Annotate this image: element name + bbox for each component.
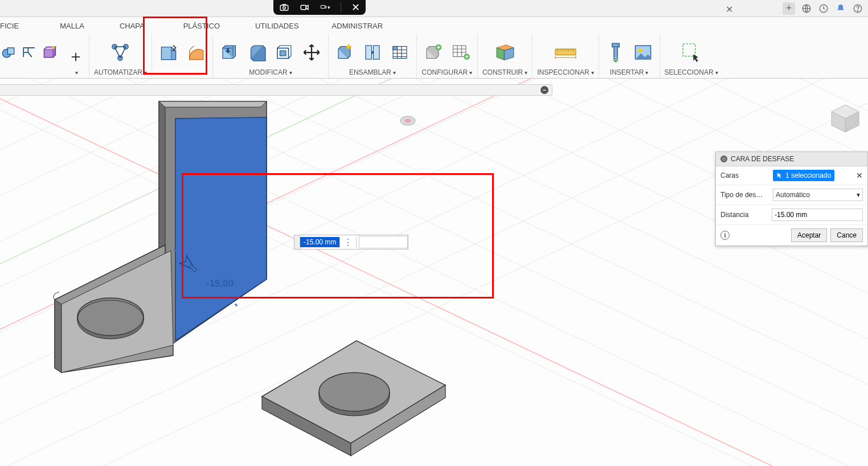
group-construir-label: CONSTRUIR	[482, 68, 523, 76]
info-icon[interactable]: i	[720, 231, 730, 240]
construct-plane-icon[interactable]	[493, 40, 517, 64]
svg-point-60	[404, 119, 411, 123]
svg-rect-6	[301, 5, 306, 10]
configure-add-icon[interactable]	[421, 40, 445, 64]
svg-rect-29	[612, 43, 619, 47]
faces-clear-button[interactable]: ✕	[856, 171, 863, 180]
plus-cursor-icon[interactable]: ＋	[67, 48, 84, 65]
recbar-close-icon[interactable]: ✕	[351, 2, 360, 13]
modify-shell-icon[interactable]	[272, 40, 296, 64]
ribbon: FICIE MALLA CHAPA PLÁSTICO UTILIDADES AD…	[0, 17, 868, 79]
svg-rect-26	[453, 46, 466, 57]
svg-rect-20	[373, 46, 379, 59]
panel-footer: i Aceptar Cance	[716, 225, 867, 246]
group-automatizar-label: AUTOMATIZAR	[94, 68, 142, 76]
faces-selection-chip[interactable]: 1 seleccionado	[773, 170, 834, 181]
collapse-bar-button[interactable]: −	[541, 86, 548, 94]
svg-point-3	[857, 10, 858, 11]
modify-fillet-icon[interactable]	[245, 40, 269, 64]
new-tab-button[interactable]: +	[783, 2, 795, 15]
tab-superficie[interactable]: FICIE	[0, 17, 27, 34]
svg-rect-23	[393, 47, 398, 50]
washer-part[interactable]	[245, 329, 456, 466]
group-inspeccionar-label: INSPECCIONAR	[537, 68, 589, 76]
type-select[interactable]: Automático ▾	[773, 189, 863, 201]
canvas-info-bar: −	[0, 84, 552, 96]
faces-label: Caras	[720, 171, 768, 179]
panel-row-faces: Caras 1 seleccionado ✕	[716, 166, 867, 185]
dimension-label: -15.00	[206, 278, 234, 289]
assemble-joint-icon[interactable]	[361, 40, 384, 64]
type-label: Tipo de des…	[720, 191, 768, 199]
recording-toolbar: ▾ ✕	[273, 0, 366, 15]
hud-secondary-input[interactable]	[359, 236, 408, 248]
tab-plastico[interactable]: PLÁSTICO	[175, 17, 228, 34]
assemble-component-icon[interactable]	[333, 40, 357, 64]
panel-row-type: Tipo de des… Automático ▾	[716, 185, 867, 205]
group-insertar-label: INSERTAR	[610, 68, 644, 76]
insert-image-icon[interactable]	[631, 40, 655, 64]
plastic-tool-2-icon[interactable]	[184, 40, 208, 64]
box-star-icon[interactable]	[41, 44, 58, 61]
panel-title: CARA DE DESFASE	[731, 155, 794, 163]
home-icon[interactable]	[801, 3, 812, 14]
panel-header[interactable]: CARA DE DESFASE	[716, 152, 867, 166]
svg-point-32	[638, 48, 642, 52]
camera-icon[interactable]	[279, 2, 289, 13]
sketch-icon[interactable]	[21, 44, 38, 61]
modify-move-icon[interactable]	[300, 40, 324, 64]
canvas-viewport[interactable]: − -15.00	[0, 79, 868, 466]
dimension-hud: -15.00 mm ⋮	[294, 235, 408, 250]
hud-menu-button[interactable]: ⋮	[339, 237, 357, 248]
cancel-button[interactable]: Cance	[830, 228, 863, 242]
tab-close-icon[interactable]: ✕	[726, 4, 733, 15]
tab-malla[interactable]: MALLA	[52, 17, 92, 34]
hud-value-input[interactable]: -15.00 mm	[300, 237, 339, 247]
group-configurar-label: CONFIGURAR	[422, 68, 468, 76]
svg-rect-19	[366, 46, 372, 59]
tab-utilidades[interactable]: UTILIDADES	[247, 17, 307, 34]
inspect-measure-icon[interactable]	[554, 40, 578, 64]
group-modificar-label: MODIFICAR	[249, 68, 287, 76]
panel-bullet-icon	[720, 156, 727, 162]
configure-table-icon[interactable]	[449, 40, 473, 64]
panel-row-distance: Distancia	[716, 205, 867, 225]
distance-input[interactable]	[772, 209, 863, 221]
tab-administrar[interactable]: ADMINISTRAR	[324, 17, 391, 34]
notification-bell-icon[interactable]	[835, 3, 846, 14]
select-icon[interactable]	[679, 40, 703, 64]
ribbon-tabs: FICIE MALLA CHAPA PLÁSTICO UTILIDADES AD…	[0, 17, 868, 34]
property-panel: CARA DE DESFASE Caras 1 seleccionado ✕ T…	[715, 152, 868, 246]
svg-rect-7	[321, 6, 325, 9]
svg-point-21	[371, 51, 374, 54]
hud-grip[interactable]	[294, 235, 300, 249]
accept-button[interactable]: Aceptar	[791, 228, 827, 242]
tabstrip: ✕ +	[0, 0, 868, 17]
svg-rect-4	[280, 5, 288, 10]
svg-rect-9	[7, 48, 14, 54]
help-icon[interactable]	[852, 3, 863, 14]
plastic-tool-1-icon[interactable]	[157, 40, 181, 64]
group-seleccionar-label: SELECCIONAR	[665, 68, 714, 76]
svg-rect-11	[44, 50, 53, 58]
cursor-icon	[776, 172, 783, 179]
automate-icon[interactable]	[108, 40, 132, 64]
svg-rect-17	[280, 51, 286, 56]
screen-record-icon[interactable]: ▾	[320, 2, 330, 13]
modify-press-icon[interactable]	[218, 40, 241, 64]
divider	[341, 2, 341, 13]
shape-icon[interactable]	[0, 44, 17, 61]
video-icon[interactable]	[300, 2, 310, 13]
ribbon-groups: x ＋ AUTOMATIZAR	[0, 34, 868, 78]
clock-icon[interactable]	[818, 3, 829, 14]
insert-fastener-icon[interactable]	[604, 40, 628, 64]
group-ensamblar-label: ENSAMBLAR	[349, 68, 391, 76]
view-cube[interactable]	[828, 101, 862, 136]
assemble-table-icon[interactable]	[388, 40, 412, 64]
svg-point-5	[283, 7, 286, 10]
distance-label: Distancia	[720, 211, 767, 219]
chevron-down-icon: ▾	[857, 191, 860, 199]
svg-rect-10	[23, 48, 28, 52]
tab-chapa[interactable]: CHAPA	[112, 17, 153, 34]
